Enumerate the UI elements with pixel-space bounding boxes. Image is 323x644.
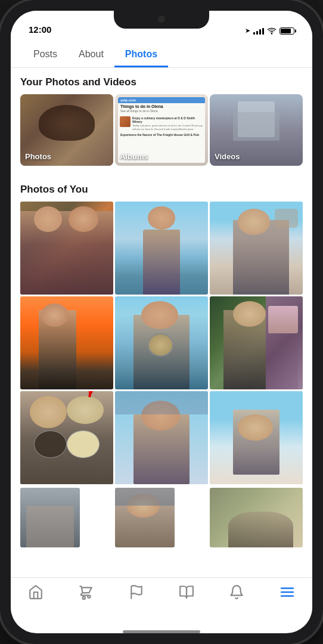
book-icon bbox=[178, 584, 195, 600]
albums-tile-label: Albums bbox=[120, 152, 148, 161]
bell-icon bbox=[228, 584, 245, 600]
photo-cell-6[interactable] bbox=[210, 296, 303, 389]
albums-article3: Experience the flavors of The Freight Ho… bbox=[118, 132, 205, 138]
your-photos-videos-header: Your Photos and Videos bbox=[11, 68, 312, 94]
albums-article3-title: Experience the flavors of The Freight Ho… bbox=[120, 133, 203, 137]
photo-bottom-2[interactable] bbox=[115, 488, 175, 547]
status-icons: ➤ bbox=[245, 27, 294, 35]
photo-bottom-3[interactable] bbox=[210, 488, 303, 547]
nav-flag[interactable] bbox=[121, 584, 152, 600]
albums-article-title: Things to do in Olena bbox=[120, 104, 203, 109]
videos-tile[interactable]: Videos bbox=[210, 94, 303, 166]
photo-cell-5[interactable] bbox=[115, 296, 208, 389]
albums-tile[interactable]: yelp.com Things to do in Olena See all t… bbox=[115, 94, 208, 166]
photos-tile[interactable]: Photos bbox=[20, 94, 113, 166]
svg-point-0 bbox=[271, 33, 272, 34]
photo-bottom-1[interactable] bbox=[20, 488, 80, 547]
photos-bottom-row bbox=[11, 486, 312, 557]
photo-cell-1[interactable] bbox=[20, 202, 113, 295]
photo-cell-8[interactable] bbox=[115, 391, 208, 484]
nav-store[interactable] bbox=[70, 584, 101, 600]
signal-bar-1 bbox=[253, 32, 255, 35]
content-area[interactable]: Posts About Photos Your Photos and Video… bbox=[11, 37, 312, 577]
photos-of-you-header: Photos of You bbox=[11, 175, 312, 202]
home-icon bbox=[27, 584, 44, 600]
photo-cell-3[interactable] bbox=[210, 202, 303, 295]
notch bbox=[114, 11, 209, 29]
phone-screen: 12:00 ➤ bbox=[11, 11, 312, 633]
svg-line-2 bbox=[89, 391, 98, 397]
nav-menu[interactable] bbox=[272, 584, 303, 600]
home-indicator bbox=[123, 630, 200, 633]
location-icon: ➤ bbox=[245, 27, 250, 35]
phone-frame: 12:00 ➤ bbox=[0, 0, 323, 644]
menu-icon bbox=[279, 584, 296, 600]
albums-article: Enjoy a culinary masterpiece at D & D Sm… bbox=[118, 115, 205, 131]
albums-food-thumb bbox=[120, 116, 131, 127]
albums-article-subtitle: See all things to do in Olena bbox=[120, 109, 203, 113]
albums-text-block: Enjoy a culinary masterpiece at D & D Sm… bbox=[132, 116, 203, 130]
status-time: 12:00 bbox=[29, 24, 51, 35]
media-grid: Photos yelp.com Things to do in Olena Se… bbox=[11, 94, 312, 166]
nav-home[interactable] bbox=[20, 584, 51, 600]
store-icon bbox=[77, 584, 94, 600]
videos-tile-label: Videos bbox=[215, 152, 240, 161]
albums-tile-header: yelp.com bbox=[118, 97, 205, 103]
tabs-section: Posts About Photos bbox=[11, 37, 312, 68]
photo-cell-9[interactable] bbox=[210, 391, 303, 484]
signal-bar-2 bbox=[256, 31, 258, 35]
red-arrow bbox=[77, 391, 107, 405]
tabs-row: Posts About Photos bbox=[23, 44, 300, 67]
signal-bars bbox=[253, 27, 264, 35]
bottom-nav bbox=[11, 577, 312, 627]
nav-book[interactable] bbox=[171, 584, 202, 600]
signal-bar-4 bbox=[262, 28, 264, 35]
tab-about[interactable]: About bbox=[68, 44, 114, 67]
photo-cell-7[interactable] bbox=[20, 391, 113, 484]
photo-cell-2[interactable] bbox=[115, 202, 208, 295]
flag-icon bbox=[128, 584, 145, 600]
nav-bell[interactable] bbox=[221, 584, 252, 600]
battery-icon bbox=[279, 27, 294, 35]
photos-tile-label: Photos bbox=[25, 152, 51, 161]
tab-posts[interactable]: Posts bbox=[23, 44, 68, 67]
albums-yelp-url: yelp.com bbox=[120, 98, 203, 102]
photos-of-you-grid bbox=[11, 202, 312, 484]
albums-article2-title: Enjoy a culinary masterpiece at D & D Sm… bbox=[132, 116, 203, 123]
albums-article2-body: Totally cute place, great selection of w… bbox=[132, 124, 203, 130]
photo-cell-4[interactable] bbox=[20, 296, 113, 389]
signal-bar-3 bbox=[259, 29, 261, 35]
tab-photos[interactable]: Photos bbox=[114, 44, 168, 67]
battery-fill bbox=[281, 29, 291, 33]
wifi-icon bbox=[267, 27, 277, 35]
